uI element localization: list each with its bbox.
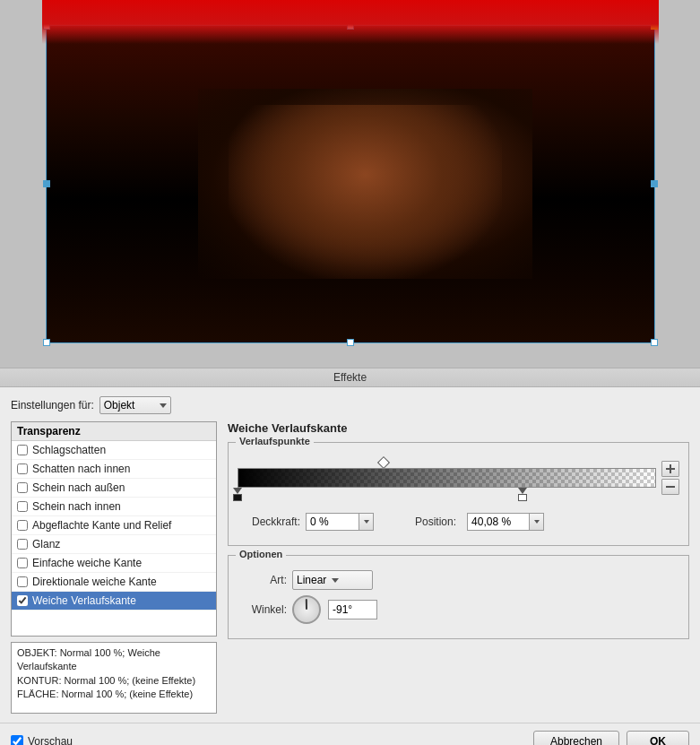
dial-line	[306, 599, 307, 610]
checkbox-schlagschatten[interactable]	[17, 445, 28, 455]
settings-dropdown[interactable]: Objekt	[99, 396, 171, 414]
label-weiche-verlauf: Weiche Verlaufskante	[32, 594, 136, 607]
gradient-stop-right[interactable]	[518, 488, 527, 501]
checkbox-abgeflachte[interactable]	[17, 520, 28, 531]
preview-label: Vorschau	[28, 735, 73, 745]
settings-option: Objekt	[104, 399, 135, 411]
effect-list-header: Transparenz	[12, 422, 216, 441]
handle-mid-right[interactable]	[651, 180, 658, 187]
handle-mid-left[interactable]	[43, 180, 50, 187]
optionen-section: Optionen Art: Linear Winkel:	[228, 555, 689, 639]
list-item-weiche-verlauf[interactable]: Weiche Verlaufskante	[12, 592, 216, 611]
list-item-abgeflachte[interactable]: Abgeflachte Kante und Relief	[12, 516, 216, 535]
left-panel: Transparenz Schlagschatten Schatten nach…	[11, 421, 217, 714]
angle-dial[interactable]	[292, 595, 321, 624]
preview-check: Vorschau	[11, 735, 73, 745]
handle-top-center[interactable]	[347, 22, 354, 30]
gradient-remove-btn[interactable]	[661, 479, 679, 495]
gradient-action-buttons	[661, 461, 679, 495]
label-einfache: Einfache weiche Kante	[32, 557, 142, 569]
ok-button[interactable]: OK	[627, 731, 689, 745]
art-dropdown-arrow	[332, 578, 339, 583]
gradient-bar	[238, 468, 656, 488]
handle-top-right[interactable]	[651, 22, 658, 30]
winkel-row: Winkel:	[238, 595, 679, 624]
checkbox-glanz[interactable]	[17, 539, 28, 550]
checkbox-weiche-verlauf[interactable]	[17, 595, 28, 606]
description-box: OBJEKT: Normal 100 %; Weiche Verlaufskan…	[11, 642, 217, 714]
position-input[interactable]	[467, 513, 530, 531]
two-col-layout: Transparenz Schlagschatten Schatten nach…	[11, 421, 689, 714]
dial-container	[292, 595, 377, 624]
art-row: Art: Linear	[238, 570, 679, 590]
angle-input[interactable]	[328, 600, 377, 619]
handle-top-left[interactable]	[43, 22, 50, 30]
position-input-group	[467, 513, 544, 531]
list-item-schatten-innen[interactable]: Schatten nach innen	[12, 460, 216, 479]
verlaufspunkte-legend: Verlaufspunkte	[236, 436, 314, 446]
dialog-area: Einstellungen für: Objekt Transparenz Sc…	[0, 387, 700, 723]
settings-label: Einstellungen für:	[11, 399, 94, 411]
deckkraft-input-group	[306, 513, 374, 531]
checkbox-einfache[interactable]	[17, 558, 28, 568]
winkel-label: Winkel:	[238, 603, 287, 616]
divider-label: Effekte	[333, 371, 367, 384]
settings-row: Einstellungen für: Objekt	[11, 396, 689, 414]
canvas-image	[47, 26, 654, 342]
gradient-stops-row	[238, 488, 656, 498]
gradient-midpoint[interactable]	[377, 456, 390, 469]
label-schein-aussen: Schein nach außen	[32, 481, 125, 494]
cancel-button[interactable]: Abbrechen	[533, 731, 619, 745]
right-panel: Weiche Verlaufskante Verlaufspunkte	[228, 421, 689, 648]
deckkraft-arrow-btn[interactable]	[359, 513, 374, 531]
gradient-add-btn[interactable]	[661, 461, 679, 477]
settings-dropdown-arrow	[160, 403, 167, 408]
label-schlagschatten: Schlagschatten	[32, 444, 106, 456]
list-item-einfache[interactable]: Einfache weiche Kante	[12, 554, 216, 573]
deckkraft-label: Deckkraft:	[238, 515, 300, 528]
description-text: OBJEKT: Normal 100 %; Weiche Verlaufskan…	[17, 647, 195, 699]
art-dropdown[interactable]: Linear	[292, 570, 373, 590]
art-value: Linear	[297, 574, 326, 586]
list-item-schein-aussen[interactable]: Schein nach außen	[12, 479, 216, 498]
bottom-row: Vorschau Abbrechen OK	[0, 723, 700, 745]
gradient-bar-container	[238, 457, 679, 498]
art-label: Art:	[238, 574, 287, 586]
verlaufspunkte-section: Verlaufspunkte	[228, 442, 689, 546]
handle-bottom-right[interactable]	[651, 339, 658, 346]
checkbox-schatten-innen[interactable]	[17, 463, 28, 474]
list-item-schlagschatten[interactable]: Schlagschatten	[12, 441, 216, 460]
checkbox-schein-innen[interactable]	[17, 501, 28, 512]
handle-bottom-left[interactable]	[43, 339, 50, 346]
checkbox-direktionale[interactable]	[17, 576, 28, 587]
deckkraft-row: Deckkraft: Position:	[238, 513, 679, 531]
svg-rect-1	[666, 468, 675, 470]
handle-bottom-center[interactable]	[347, 339, 354, 346]
svg-rect-2	[666, 486, 675, 488]
divider-bar: Effekte	[0, 368, 700, 387]
label-direktionale: Direktionale weiche Kante	[32, 576, 157, 588]
gradient-bar-wrapper	[238, 457, 656, 498]
position-label: Position:	[415, 515, 456, 528]
label-abgeflachte: Abgeflachte Kante und Relief	[32, 519, 171, 532]
preview-checkbox[interactable]	[11, 735, 23, 745]
effect-list[interactable]: Transparenz Schlagschatten Schatten nach…	[11, 421, 217, 637]
label-glanz: Glanz	[32, 538, 60, 550]
canvas-frame	[46, 25, 655, 343]
list-item-schein-innen[interactable]: Schein nach innen	[12, 498, 216, 516]
list-item-glanz[interactable]: Glanz	[12, 535, 216, 554]
canvas-area	[0, 0, 700, 368]
gradient-stop-left[interactable]	[233, 488, 242, 501]
position-arrow-btn[interactable]	[530, 513, 544, 531]
label-schatten-innen: Schatten nach innen	[32, 463, 130, 475]
deckkraft-input[interactable]	[306, 513, 359, 531]
checkbox-schein-aussen[interactable]	[17, 482, 28, 493]
label-schein-innen: Schein nach innen	[32, 500, 121, 513]
panel-title: Weiche Verlaufskante	[228, 421, 689, 435]
list-item-direktionale[interactable]: Direktionale weiche Kante	[12, 573, 216, 592]
optionen-legend: Optionen	[236, 549, 286, 559]
